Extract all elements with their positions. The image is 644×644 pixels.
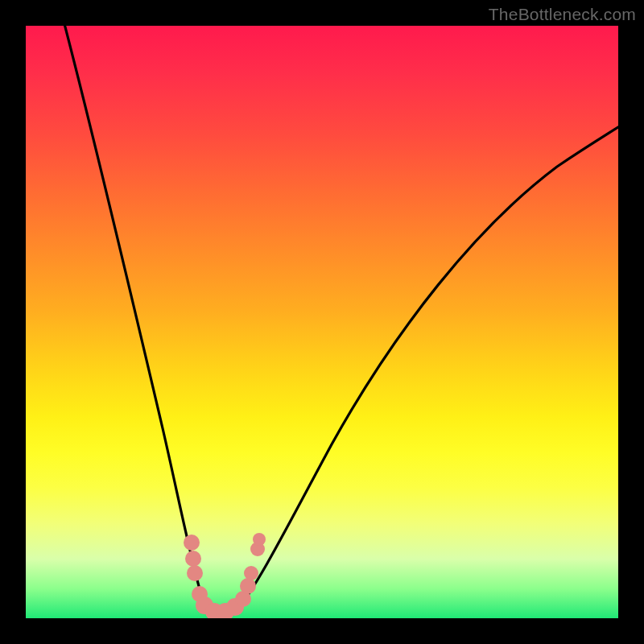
svg-point-10 (244, 566, 258, 580)
curve-layer (26, 26, 618, 618)
svg-point-12 (253, 533, 266, 546)
data-point-cluster (184, 533, 266, 618)
bottleneck-curve (63, 26, 618, 618)
chart-frame: TheBottleneck.com (0, 0, 644, 644)
svg-point-2 (187, 565, 203, 581)
svg-point-1 (185, 551, 201, 567)
watermark-text: TheBottleneck.com (489, 5, 636, 24)
svg-point-9 (240, 578, 256, 594)
plot-area (26, 26, 618, 618)
svg-point-0 (184, 535, 200, 551)
